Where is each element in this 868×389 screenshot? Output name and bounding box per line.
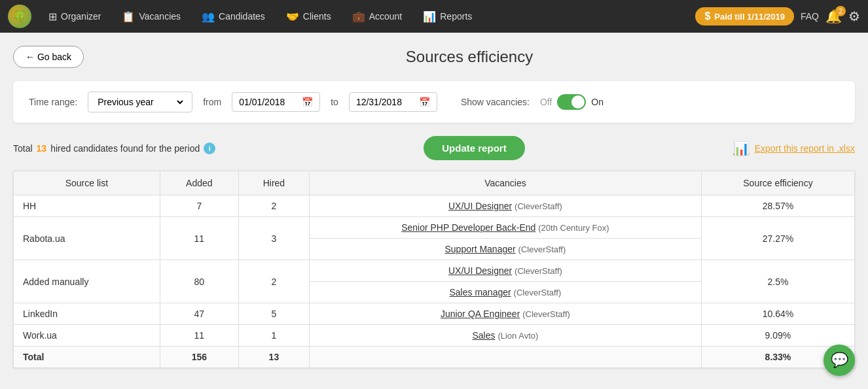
source-cell: Added manually xyxy=(14,260,160,303)
table-header-row: Source list Added Hired Vacancies Source… xyxy=(14,171,855,195)
toggle-off-label: Off xyxy=(540,97,552,107)
added-cell: 11 xyxy=(160,325,238,347)
toggle-on-label: On xyxy=(591,97,604,107)
faq-button[interactable]: FAQ xyxy=(801,11,819,22)
vacancy-cell: Support Manager (CleverStaff) xyxy=(309,239,701,260)
show-vacancies-toggle[interactable] xyxy=(557,94,586,110)
reports-icon: 📊 xyxy=(423,10,436,23)
settings-icon[interactable]: ⚙ xyxy=(848,8,860,24)
summary-bar: Total 13 hired candidates found for the … xyxy=(13,136,855,160)
nav-candidates[interactable]: 👥 Candidates xyxy=(192,5,274,28)
efficiency-cell: 27.27% xyxy=(701,217,854,260)
notification-count: 2 xyxy=(835,6,846,16)
hired-cell: 1 xyxy=(238,325,309,347)
time-range-label: Time range: xyxy=(29,97,77,107)
toggle-wrap: Off On xyxy=(540,94,604,110)
vacancy-cell: UX/UI Designer (CleverStaff) xyxy=(309,260,701,282)
efficiency-cell: 2.5% xyxy=(701,260,854,303)
total-vacancies-cell xyxy=(309,347,701,368)
vacancy-cell: Senior PHP Developer Back-End (20th Cent… xyxy=(309,217,701,239)
time-range-select-wrap[interactable]: Previous year xyxy=(88,92,192,112)
nav-items: ⊞ Organizer 📋 Vacancies 👥 Candidates 🤝 C… xyxy=(39,5,695,28)
vacancy-link[interactable]: Sales manager xyxy=(450,287,511,297)
account-icon: 💼 xyxy=(352,10,365,23)
total-hired-cell: 13 xyxy=(238,347,309,368)
table-row: Work.ua111 Sales (Lion Avto) 9.09% xyxy=(14,325,855,347)
source-cell: LinkedIn xyxy=(14,303,160,325)
paid-badge: $ Paid till 1/11/2019 xyxy=(695,7,794,25)
page-header: ← Go back Sources efficiency xyxy=(13,46,855,68)
added-cell: 47 xyxy=(160,303,238,325)
table-row: Rabota.ua113 Senior PHP Developer Back-E… xyxy=(14,217,855,239)
nav-vacancies[interactable]: 📋 Vacancies xyxy=(113,5,190,28)
vacancy-company: (CleverStaff) xyxy=(515,266,562,276)
export-icon: 📊 xyxy=(733,141,750,156)
vacancy-cell: Sales (Lion Avto) xyxy=(309,325,701,347)
page-title: Sources efficiency xyxy=(84,48,855,66)
vacancy-cell: Junior QA Engineer (CleverStaff) xyxy=(309,303,701,325)
nav-reports[interactable]: 📊 Reports xyxy=(414,5,481,28)
vacancy-link[interactable]: Sales xyxy=(472,330,495,341)
info-icon[interactable]: i xyxy=(204,143,215,154)
organizer-icon: ⊞ xyxy=(48,10,57,23)
nav-organizer[interactable]: ⊞ Organizer xyxy=(39,5,110,28)
export-button[interactable]: 📊 Export this report in .xlsx xyxy=(733,141,855,156)
time-range-select[interactable]: Previous year xyxy=(95,96,185,108)
col-vacancies: Vacancies xyxy=(309,171,701,195)
to-date-wrap[interactable]: 📅 xyxy=(349,92,437,112)
vacancy-link[interactable]: Senior PHP Developer Back-End xyxy=(401,222,535,233)
added-cell: 11 xyxy=(160,217,238,260)
page-content: ← Go back Sources efficiency Time range:… xyxy=(0,33,868,381)
nav-account[interactable]: 💼 Account xyxy=(343,5,412,28)
vacancies-icon: 📋 xyxy=(122,10,135,23)
vacancy-company: (CleverStaff) xyxy=(514,288,562,297)
vacancy-link[interactable]: UX/UI Designer xyxy=(448,201,512,211)
added-cell: 80 xyxy=(160,260,238,303)
col-efficiency: Source efficiency xyxy=(701,171,854,195)
hired-cell: 3 xyxy=(238,217,309,260)
table-row: HH72 UX/UI Designer (CleverStaff) 28.57% xyxy=(14,195,855,217)
table-row: Added manually802 UX/UI Designer (Clever… xyxy=(14,260,855,282)
nav-clients[interactable]: 🤝 Clients xyxy=(277,5,340,28)
update-report-button[interactable]: Update report xyxy=(424,136,524,160)
candidates-icon: 👥 xyxy=(202,10,215,23)
vacancy-link[interactable]: Support Manager xyxy=(445,244,516,254)
table-row-total: Total 156 13 8.33% xyxy=(14,347,855,368)
col-hired: Hired xyxy=(238,171,309,195)
show-vacancies-label: Show vacancies: xyxy=(461,97,530,107)
to-date-input[interactable] xyxy=(356,97,415,107)
top-navigation: 🍀 ⊞ Organizer 📋 Vacancies 👥 Candidates 🤝… xyxy=(0,0,868,33)
vacancy-company: (CleverStaff) xyxy=(518,245,566,254)
from-label: from xyxy=(203,97,221,107)
clients-icon: 🤝 xyxy=(286,10,299,23)
notifications-button[interactable]: 🔔 2 xyxy=(825,8,842,24)
hired-cell: 5 xyxy=(238,303,309,325)
source-cell: Work.ua xyxy=(14,325,160,347)
vacancy-company: (20th Century Fox) xyxy=(538,223,609,233)
efficiency-cell: 28.57% xyxy=(701,195,854,217)
from-date-wrap[interactable]: 📅 xyxy=(232,92,320,112)
hired-count: 13 xyxy=(37,143,47,154)
efficiency-cell: 10.64% xyxy=(701,303,854,325)
vacancy-cell: Sales manager (CleverStaff) xyxy=(309,282,701,303)
to-label: to xyxy=(331,97,338,107)
from-date-input[interactable] xyxy=(239,97,298,107)
from-calendar-icon: 📅 xyxy=(302,97,313,107)
efficiency-cell: 9.09% xyxy=(701,325,854,347)
hired-cell: 2 xyxy=(238,195,309,217)
total-added-cell: 156 xyxy=(160,347,238,368)
col-added: Added xyxy=(160,171,238,195)
hired-cell: 2 xyxy=(238,260,309,303)
filter-bar: Time range: Previous year from 📅 to 📅 Sh… xyxy=(13,81,855,123)
source-cell: HH xyxy=(14,195,160,217)
vacancy-link[interactable]: UX/UI Designer xyxy=(448,265,512,276)
total-source-cell: Total xyxy=(14,347,160,368)
vacancy-cell: UX/UI Designer (CleverStaff) xyxy=(309,195,701,217)
vacancy-link[interactable]: Junior QA Engineer xyxy=(441,309,520,319)
col-source: Source list xyxy=(14,171,160,195)
chat-bubble[interactable]: 💬 xyxy=(823,345,855,376)
go-back-button[interactable]: ← Go back xyxy=(13,46,84,68)
summary-text: Total 13 hired candidates found for the … xyxy=(13,143,215,154)
vacancy-company: (Lion Avto) xyxy=(497,331,538,341)
app-logo: 🍀 xyxy=(8,5,31,28)
